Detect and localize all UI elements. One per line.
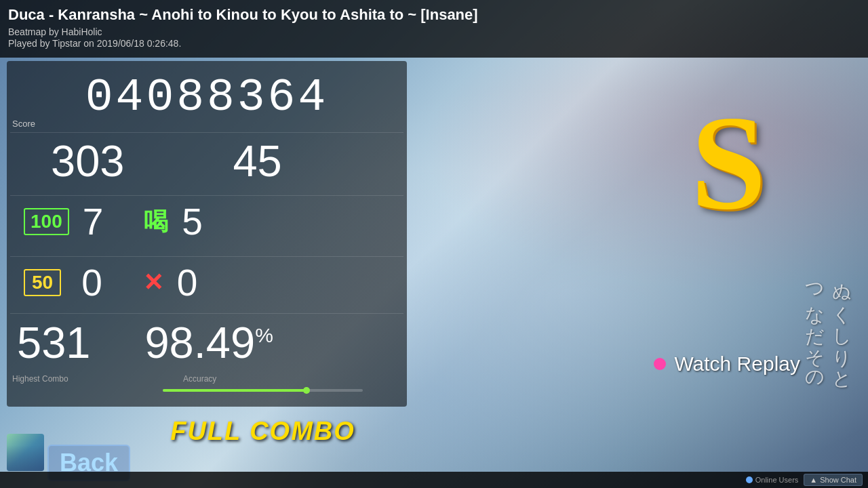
divider-1	[10, 132, 403, 133]
bottom-bar: Online Users ▲ Show Chat	[0, 472, 868, 488]
hit-50-value: 0	[81, 261, 102, 304]
avatar-small	[7, 434, 44, 471]
divider-2	[10, 195, 403, 196]
hit-50-row: 50 0 ✕ 0	[10, 261, 403, 304]
progress-bar-container	[163, 386, 363, 394]
online-icon	[746, 476, 753, 483]
hit-300-value: 303	[51, 136, 124, 186]
full-combo-text: Full Combo	[163, 417, 363, 446]
accuracy-label: Accuracy	[183, 374, 216, 384]
beatmap-info: Beatmap by HabiHolic	[8, 26, 860, 37]
song-title: Duca - Kanransha ~ Anohi to Kinou to Kyo…	[8, 5, 860, 25]
top-bar: Duca - Kanransha ~ Anohi to Kinou to Kyo…	[0, 0, 868, 58]
progress-bar-fill	[163, 389, 307, 392]
score-label: Score	[12, 119, 35, 129]
score-value: 04088364	[10, 71, 403, 123]
badge-katsu: 喝	[144, 205, 168, 239]
divider-3	[10, 256, 403, 257]
hit-100-value: 7	[83, 200, 104, 243]
hit-miss-value: 0	[177, 261, 198, 304]
show-chat-button[interactable]: ▲ Show Chat	[804, 474, 863, 486]
badge-miss: ✕	[143, 268, 163, 297]
badge-100: 100	[24, 208, 69, 235]
accuracy-value: 98.49%	[144, 317, 273, 368]
japanese-text-decoration: ぬくしりとつなだその	[802, 271, 854, 380]
combo-value: 531	[17, 317, 90, 368]
stats-row: 531 98.49%	[10, 317, 403, 368]
progress-dot	[303, 387, 310, 394]
show-chat-arrow-icon: ▲	[810, 476, 817, 484]
played-info: Played by Tipstar on 2019/06/18 0:26:48.	[8, 38, 860, 49]
accuracy-percent: %	[255, 324, 273, 346]
online-users-label: Online Users	[755, 476, 799, 484]
watch-replay-icon	[654, 358, 666, 370]
hit-300-row: 303 45	[10, 136, 403, 186]
watch-replay-label: Watch Replay	[674, 352, 800, 375]
accuracy-number: 98.49	[144, 318, 255, 367]
online-users-indicator: Online Users	[746, 476, 799, 484]
watch-replay-button[interactable]: Watch Replay	[654, 352, 800, 375]
hit-300-right-value: 45	[233, 136, 281, 186]
hit-100-row: 100 7 喝 5	[10, 200, 403, 243]
divider-4	[10, 313, 403, 314]
badge-50: 50	[24, 269, 61, 296]
rank-letter: S	[691, 95, 766, 230]
combo-label: Highest Combo	[12, 374, 68, 384]
progress-bar-background	[163, 389, 363, 392]
show-chat-label: Show Chat	[820, 476, 856, 484]
hit-katsu-value: 5	[182, 200, 203, 243]
